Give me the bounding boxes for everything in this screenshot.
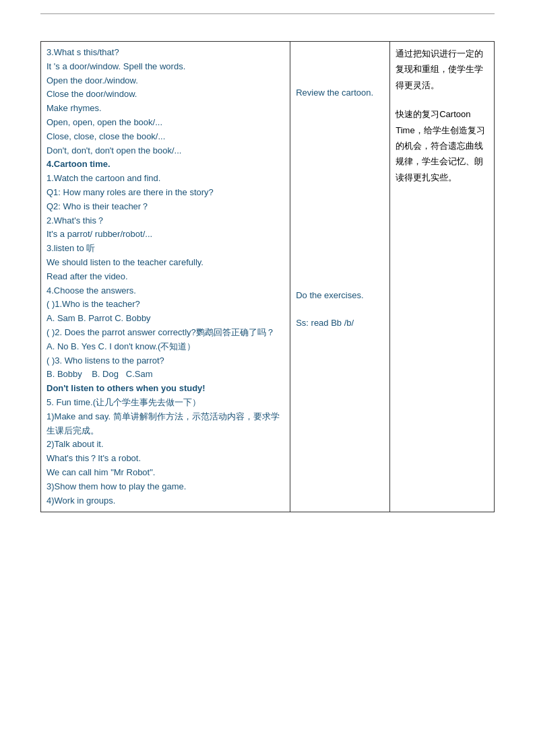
line-23: ( )3. Who listens to the parrot? xyxy=(46,354,284,368)
line-18: 4.Choose the answers. xyxy=(46,284,284,298)
line-13: 2.What's this？ xyxy=(46,214,284,228)
chinese-text-top: 通过把知识进行一定的复现和重组，使学生学得更灵活。 xyxy=(396,46,489,93)
line-10: 1.Watch the cartoon and find. xyxy=(46,172,284,186)
line-8: Don't, don't, don't open the book/... xyxy=(46,144,284,158)
line-20: A. Sam B. Parrot C. Bobby xyxy=(46,312,284,326)
line-30: We can call him "Mr Robot". xyxy=(46,466,284,480)
line-15: 3.listen to 听 xyxy=(46,242,284,256)
line-25: Don't listen to others when you study! xyxy=(46,382,284,396)
top-divider xyxy=(40,13,495,14)
chinese-text-bottom: 快速的复习Cartoon Time，给学生创造复习的机会，符合遗忘曲线规律，学生… xyxy=(396,106,489,185)
line-11: Q1: How many roles are there in the stor… xyxy=(46,186,284,200)
line-32: 4)Work in groups. xyxy=(46,494,284,508)
line-22: A. No B. Yes C. I don't know.(不知道） xyxy=(46,340,284,354)
content-cell: 3.What s this/that? It 's a door/window.… xyxy=(41,42,290,512)
page: 3.What s this/that? It 's a door/window.… xyxy=(0,0,535,756)
do-exercises-label: Do the exercises. xyxy=(296,289,384,303)
review-cartoon-label: Review the cartoon. xyxy=(296,46,384,100)
line-5: Make rhymes. xyxy=(46,102,284,116)
line-27: 1)Make and say. 简单讲解制作方法，示范活动内容，要求学生课后完成… xyxy=(46,410,284,438)
line-31: 3)Show them how to play the game. xyxy=(46,480,284,494)
table-row: 3.What s this/that? It 's a door/window.… xyxy=(41,42,495,512)
line-19: ( )1.Who is the teacher? xyxy=(46,298,284,312)
line-2: It 's a door/window. Spell the words. xyxy=(46,60,284,74)
line-6: Open, open, open the book/... xyxy=(46,116,284,130)
line-9: 4.Cartoon time. xyxy=(46,158,284,172)
lesson-table: 3.What s this/that? It 's a door/window.… xyxy=(40,41,495,512)
line-4: Close the door/window. xyxy=(46,88,284,102)
middle-cell: Review the cartoon. Do the exercises. Ss… xyxy=(290,42,390,512)
line-26: 5. Fun time.(让几个学生事先去做一下） xyxy=(46,396,284,410)
line-14: It's a parrot/ rubber/robot/... xyxy=(46,228,284,242)
line-28: 2)Talk about it. xyxy=(46,438,284,452)
line-1: 3.What s this/that? xyxy=(46,46,284,60)
line-17: Read after the video. xyxy=(46,270,284,284)
read-bb-label: Ss: read Bb /b/ xyxy=(296,303,384,331)
line-21: ( )2. Does the parrot answer correctly?鹦… xyxy=(46,326,284,340)
right-cell: 通过把知识进行一定的复现和重组，使学生学得更灵活。 快速的复习Cartoon T… xyxy=(390,42,495,512)
line-12: Q2: Who is their teacher？ xyxy=(46,200,284,214)
line-7: Close, close, close the book/... xyxy=(46,130,284,144)
line-16: We should listen to the teacher carefull… xyxy=(46,256,284,270)
line-24: B. Bobby B. Dog C.Sam xyxy=(46,368,284,382)
line-3: Open the door./window. xyxy=(46,74,284,88)
line-29: What's this？It's a robot. xyxy=(46,452,284,466)
